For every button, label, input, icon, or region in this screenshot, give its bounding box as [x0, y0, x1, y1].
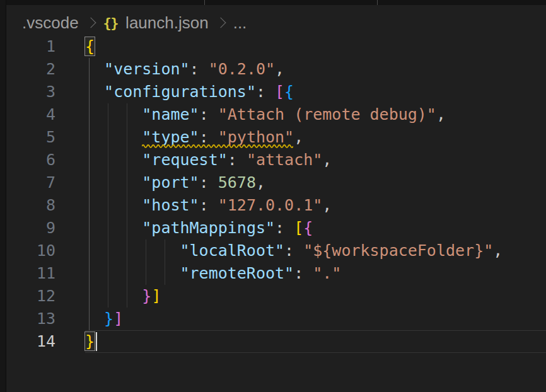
line-number[interactable]: 10 — [6, 239, 55, 262]
token: { — [303, 219, 313, 237]
token: ] — [151, 287, 161, 305]
line-number[interactable]: 14 — [6, 330, 55, 353]
line-number[interactable]: 1 — [6, 35, 55, 58]
editor-code-area[interactable]: 1{2 "version": "0.2.0",3 "configurations… — [6, 35, 546, 353]
breadcrumb-symbol[interactable]: ... — [233, 13, 247, 33]
breadcrumb: .vscode {} launch.json ... — [22, 11, 247, 34]
breadcrumb-file[interactable]: launch.json — [125, 13, 209, 33]
code-line[interactable]: 9 "pathMappings": [{ — [6, 217, 546, 239]
token: , — [275, 60, 284, 78]
indent-guide — [127, 217, 127, 239]
code-line[interactable]: 5 "type": "python", — [6, 126, 546, 149]
indent-guide — [127, 285, 127, 308]
indent-guide — [89, 126, 90, 149]
indent-guide — [127, 194, 127, 217]
indent-guide — [89, 171, 90, 194]
token: ] — [113, 309, 123, 328]
token: , — [493, 241, 502, 260]
chevron-right-icon — [215, 18, 226, 28]
code-line[interactable]: 7 "port": 5678, — [6, 171, 546, 194]
token: : — [284, 241, 303, 260]
indent-guide — [89, 81, 90, 103]
token: 5678 — [218, 173, 256, 192]
indent-guide — [89, 285, 90, 308]
code-line[interactable]: 13 }] — [6, 308, 546, 330]
code-line-content[interactable]: "configurations": [{ — [55, 81, 546, 103]
line-number[interactable]: 8 — [6, 194, 55, 217]
code-line-content[interactable]: "request": "attach", — [55, 149, 546, 171]
line-number[interactable]: 3 — [6, 81, 55, 103]
current-line-border — [85, 352, 546, 353]
code-line[interactable]: 14} — [6, 330, 546, 353]
token: : — [199, 105, 218, 124]
code-line-content[interactable]: "host": "127.0.0.1", — [55, 194, 546, 217]
token: "localRoot" — [180, 241, 285, 260]
line-number[interactable]: 13 — [6, 308, 55, 330]
token: "0.2.0" — [209, 60, 275, 78]
indent-guide — [127, 239, 127, 262]
indent-guide — [108, 262, 108, 285]
indent-guide — [108, 194, 108, 217]
indent-guide — [108, 285, 108, 308]
token: "." — [313, 264, 341, 282]
code-line[interactable]: 6 "request": "attach", — [6, 149, 546, 171]
token: "Attach (remote debug)" — [218, 105, 436, 124]
json-file-icon: {} — [103, 15, 119, 31]
line-number[interactable]: 12 — [6, 285, 55, 308]
token: "127.0.0.1" — [218, 196, 323, 214]
code-line[interactable]: 12 }] — [6, 285, 546, 308]
text-cursor — [96, 332, 97, 351]
line-number[interactable]: 7 — [6, 171, 55, 194]
indent-guide — [165, 262, 165, 285]
token: "remoteRoot" — [180, 264, 294, 282]
token: } — [85, 332, 95, 350]
line-number[interactable]: 9 — [6, 217, 55, 239]
code-line-content[interactable]: { — [55, 35, 546, 58]
line-number[interactable]: 2 — [6, 58, 55, 81]
indent-guide — [146, 239, 146, 262]
token: "pathMappings" — [142, 219, 275, 237]
code-line-content[interactable]: "remoteRoot": "." — [55, 262, 546, 285]
indent-guide — [127, 126, 127, 149]
code-line-content[interactable]: "version": "0.2.0", — [55, 58, 546, 81]
warning-squiggle — [142, 144, 293, 149]
code-line-content[interactable]: "port": 5678, — [55, 171, 546, 194]
code-line[interactable]: 1{ — [6, 35, 546, 58]
code-line[interactable]: 3 "configurations": [{ — [6, 81, 546, 103]
token: "${workspaceFolder}" — [303, 241, 493, 260]
token: [ — [275, 83, 284, 101]
code-line[interactable]: 4 "name": "Attach (remote debug)", — [6, 103, 546, 126]
token: , — [294, 128, 303, 146]
indent-guide — [127, 149, 127, 171]
code-line-content[interactable]: "pathMappings": [{ — [55, 217, 546, 239]
code-line-content[interactable]: }] — [55, 308, 546, 330]
code-line[interactable]: 10 "localRoot": "${workspaceFolder}", — [6, 239, 546, 262]
indent-guide — [108, 103, 108, 126]
code-line-content[interactable]: "localRoot": "${workspaceFolder}", — [55, 239, 546, 262]
code-line[interactable]: 2 "version": "0.2.0", — [6, 58, 546, 81]
code-line-content[interactable]: "name": "Attach (remote debug)", — [55, 103, 546, 126]
line-number[interactable]: 11 — [6, 262, 55, 285]
token: "port" — [142, 173, 199, 192]
tab-separator — [204, 0, 205, 5]
code-line-content[interactable]: }] — [55, 285, 546, 308]
indent-guide — [89, 262, 90, 285]
code-line-content[interactable]: "type": "python", — [55, 126, 546, 149]
code-line[interactable]: 8 "host": "127.0.0.1", — [6, 194, 546, 217]
line-number[interactable]: 6 — [6, 149, 55, 171]
token: : — [199, 173, 218, 192]
token: "host" — [142, 196, 199, 214]
breadcrumb-folder[interactable]: .vscode — [22, 13, 79, 33]
code-line[interactable]: 11 "remoteRoot": "." — [6, 262, 546, 285]
token: } — [142, 287, 151, 305]
indent-guide — [108, 126, 108, 149]
line-number[interactable]: 4 — [6, 103, 55, 126]
token: "version" — [104, 60, 189, 78]
line-number[interactable]: 5 — [6, 126, 55, 149]
indent-guide — [127, 171, 127, 194]
token: { — [85, 37, 95, 55]
token: : — [294, 264, 313, 282]
code-line-content[interactable]: } — [55, 330, 546, 353]
token: : — [256, 83, 275, 101]
token: , — [436, 105, 446, 124]
